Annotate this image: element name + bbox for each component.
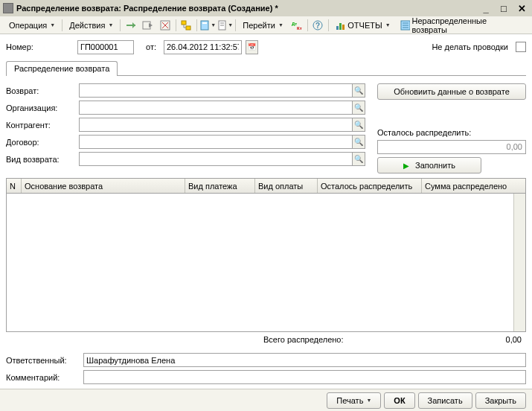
svg-rect-20	[336, 26, 339, 30]
distribution-grid[interactable]: N Основание возврата Вид платежа Вид опл…	[6, 178, 526, 332]
maximize-button[interactable]: □	[496, 2, 511, 14]
grid-header: N Основание возврата Вид платежа Вид опл…	[7, 179, 525, 194]
minimize-button[interactable]: _	[478, 2, 493, 14]
separator	[235, 19, 236, 31]
calendar-icon[interactable]: 📅	[246, 40, 258, 54]
comment-input[interactable]	[83, 370, 526, 384]
date-input[interactable]	[164, 40, 242, 54]
chevron-down-icon: ▼	[50, 22, 55, 28]
dtkt-button[interactable]: ДтКт	[289, 18, 305, 33]
col-paytype[interactable]: Вид платежа	[185, 179, 255, 193]
undistributed-label: Нераспределенные возвраты	[411, 16, 523, 34]
goto-menu[interactable]: Перейти ▼	[238, 18, 288, 33]
reports-menu[interactable]: ОТЧЕТЫ ▼	[331, 18, 394, 33]
lookup-icon[interactable]: 🔍	[352, 101, 365, 114]
chevron-down-icon: ▼	[211, 22, 216, 28]
tab-distribution[interactable]: Распределение возврата	[6, 61, 118, 76]
tab-label: Распределение возврата	[14, 64, 109, 73]
fill-button[interactable]: ▶ Заполнить	[377, 157, 481, 173]
contragent-label: Контрагент:	[6, 121, 76, 130]
contragent-input[interactable]	[80, 118, 352, 131]
footer-bar: Печать ▼ ОК Записать Закрыть	[0, 389, 532, 411]
play-icon: ▶	[403, 162, 409, 170]
close-button[interactable]: Закрыть	[475, 392, 526, 409]
return-label: Возврат:	[6, 86, 76, 95]
org-input[interactable]	[80, 101, 352, 114]
actions-label: Действия	[69, 21, 105, 30]
print-button[interactable]: Печать ▼	[327, 392, 381, 409]
svg-rect-8	[186, 26, 190, 30]
chevron-down-icon: ▼	[108, 22, 113, 28]
svg-text:?: ?	[315, 22, 320, 30]
post-close-button[interactable]	[140, 18, 156, 33]
col-base[interactable]: Основание возврата	[22, 179, 185, 193]
lookup-icon[interactable]: 🔍	[352, 153, 365, 165]
separator	[120, 19, 121, 31]
main-toolbar: Операция ▼ Действия ▼ ▼ ▼ Перейти ▼ ДтКт…	[0, 16, 532, 34]
grid-body[interactable]	[7, 194, 513, 331]
col-n[interactable]: N	[7, 179, 22, 193]
chevron-down-icon: ▼	[278, 22, 283, 28]
operation-menu[interactable]: Операция ▼	[4, 18, 60, 33]
col-paymethod[interactable]: Вид оплаты	[255, 179, 318, 193]
lookup-icon[interactable]: 🔍	[352, 84, 365, 97]
chevron-down-icon: ▼	[366, 398, 371, 403]
type-input[interactable]	[80, 153, 352, 165]
svg-rect-11	[201, 21, 208, 30]
post-button[interactable]	[123, 18, 139, 33]
number-input[interactable]	[77, 40, 134, 54]
fill-label: Заполнить	[415, 161, 455, 170]
svg-rect-12	[202, 22, 207, 24]
separator	[176, 19, 176, 31]
lookup-icon[interactable]: 🔍	[352, 136, 365, 148]
structure-button[interactable]	[179, 18, 195, 33]
contract-input[interactable]	[80, 136, 352, 148]
window-icon	[3, 3, 13, 13]
report-button[interactable]: ▼	[217, 18, 233, 33]
print-label: Печать	[336, 396, 363, 405]
chart-icon	[336, 20, 346, 31]
help-button[interactable]: ?	[310, 18, 327, 33]
type-label: Вид возврата:	[6, 155, 76, 164]
select-button[interactable]: ▼	[199, 18, 216, 33]
contract-label: Договор:	[6, 138, 76, 147]
totals-label: Всего распределено:	[10, 335, 344, 344]
number-label: Номер:	[6, 42, 73, 51]
col-remain[interactable]: Осталось распределить	[318, 179, 422, 193]
responsible-input[interactable]	[83, 353, 526, 367]
scrollbar-vertical[interactable]	[513, 194, 525, 331]
refresh-return-button[interactable]: Обновиить данные о возврате	[377, 83, 526, 100]
return-input[interactable]	[80, 84, 352, 97]
close-window-button[interactable]: ✕	[514, 2, 529, 14]
separator	[328, 19, 329, 31]
remain-label: Осталось распределить:	[377, 128, 526, 137]
ok-button[interactable]: ОК	[384, 392, 414, 409]
col-sum[interactable]: Сумма распределено	[422, 179, 525, 193]
save-button[interactable]: Записать	[418, 392, 472, 409]
actions-menu[interactable]: Действия ▼	[65, 18, 118, 33]
org-label: Организация:	[6, 103, 76, 112]
totals-value: 0,00	[440, 335, 522, 344]
lookup-icon[interactable]: 🔍	[352, 118, 365, 131]
window-title: Распределение возврата: Распределение во…	[16, 4, 475, 13]
operation-label: Операция	[9, 21, 47, 30]
separator	[62, 19, 63, 31]
tab-strip: Распределение возврата	[6, 61, 526, 76]
undistributed-button[interactable]: Нераспределенные возвраты	[396, 18, 528, 33]
svg-marker-1	[132, 22, 135, 28]
goto-label: Перейти	[243, 21, 275, 30]
svg-rect-22	[342, 25, 344, 30]
svg-text:Кт: Кт	[297, 26, 302, 31]
list-icon	[400, 20, 411, 31]
from-label: от:	[146, 42, 156, 51]
svg-rect-7	[182, 21, 186, 25]
comment-label: Комментарий:	[6, 373, 80, 382]
responsible-label: Ответственный:	[6, 356, 80, 365]
remain-value: 0,00	[377, 140, 526, 154]
no-posting-checkbox[interactable]	[516, 42, 526, 52]
chevron-down-icon: ▼	[228, 22, 233, 28]
separator	[196, 19, 197, 31]
no-posting-label: Не делать проводки	[432, 42, 508, 51]
titlebar: Распределение возврата: Распределение во…	[0, 0, 532, 16]
unpost-button[interactable]	[157, 18, 173, 33]
